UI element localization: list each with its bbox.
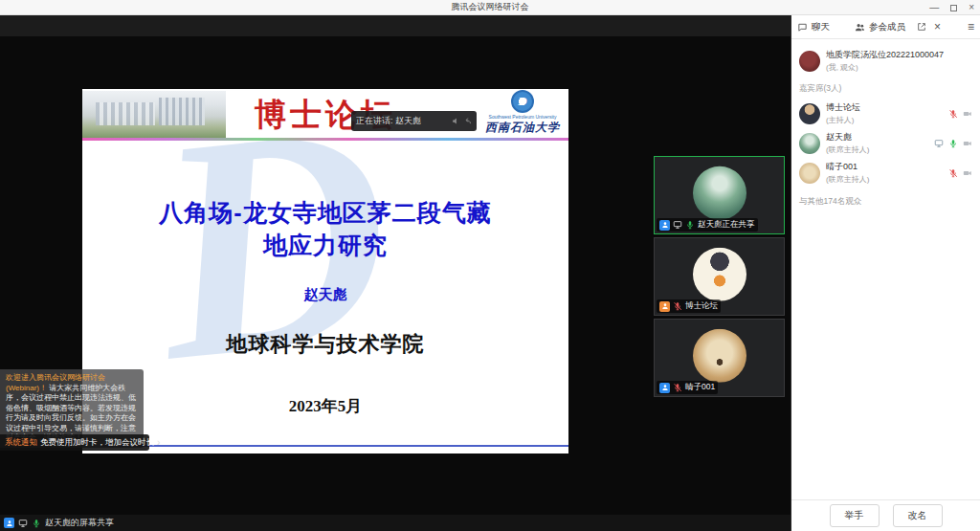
slide-header: 博士论坛 D Southwest Petroleum University 西南… (82, 89, 568, 141)
camera-off-icon[interactable] (963, 168, 972, 178)
avatar (693, 329, 746, 383)
panel-close-icon[interactable]: × (934, 22, 941, 32)
slide-title-line2: 地应力研究 (82, 229, 568, 261)
tab-participants[interactable]: 参会成员 (855, 21, 905, 33)
window-titlebar: 腾讯会议网络研讨会 — × (0, 0, 980, 15)
participant-row-qingzi001[interactable]: 晴子001 (联席主持人) (799, 158, 972, 188)
avatar (799, 51, 820, 72)
camera-off-icon[interactable] (963, 109, 972, 119)
slide-title: 八角场-龙女寺地区茅二段气藏 地应力研究 (82, 196, 568, 261)
stage-top-band (0, 15, 791, 36)
participant-role: (主持人) (826, 115, 943, 125)
participant-role: (联席主持人) (826, 144, 928, 155)
window-controls: — × (929, 0, 974, 15)
tab-chat-label: 聊天 (812, 21, 830, 33)
rename-button[interactable]: 改名 (893, 504, 943, 527)
person-badge-icon (4, 518, 14, 528)
share-bar-text: 赵天彪的屏幕共享 (45, 517, 114, 529)
speaker-icon[interactable] (452, 117, 460, 125)
participant-info: 晴子001 (联席主持人) (826, 161, 943, 185)
mic-on-icon (685, 220, 695, 230)
screen-share-icon (18, 519, 28, 528)
slide-date: 2023年5月 (82, 395, 568, 417)
mic-muted-icon[interactable] (948, 109, 958, 119)
popout-icon[interactable] (917, 22, 926, 32)
tile-name: 晴子001 (685, 382, 715, 393)
participant-row-boshiluntan[interactable]: 博士论坛 (主持人) (799, 99, 972, 128)
participant-name: 博士论坛 (826, 101, 943, 114)
screen-share-icon (934, 139, 944, 148)
avatar (799, 163, 820, 184)
person-badge-icon (659, 220, 670, 231)
tab-participants-label: 参会成员 (869, 21, 905, 33)
people-icon (855, 22, 865, 33)
mic-muted-icon (673, 383, 682, 392)
slide-title-line1: 八角场-龙女寺地区茅二段气藏 (82, 196, 568, 229)
video-tile-list: 赵天彪正在共享 博士论坛 晴子001 (654, 156, 785, 400)
participant-row-zhaotianbiao[interactable]: 赵天彪 (联席主持人) (799, 128, 972, 158)
audience-count-note: 与其他174名观众 (799, 196, 972, 208)
avatar (799, 133, 820, 154)
university-logo-icon: D (511, 90, 534, 113)
chat-icon (797, 22, 808, 33)
avatar (693, 166, 746, 220)
video-tile-boshiluntan[interactable]: 博士论坛 (654, 237, 785, 316)
mic-muted-icon (673, 301, 682, 311)
participant-status-icons (948, 168, 972, 178)
minimize-icon[interactable]: — (929, 0, 939, 15)
window-title: 腾讯会议网络研讨会 (452, 1, 529, 13)
tile-name: 赵天彪正在共享 (698, 219, 755, 231)
video-tile-qingzi001[interactable]: 晴子001 (654, 319, 785, 397)
participant-role: (我, 观众) (826, 62, 972, 73)
slide-body: D 八角场-龙女寺地区茅二段气藏 地应力研究 赵天彪 地球科学与技术学院 202… (82, 141, 568, 454)
participant-name: 晴子001 (826, 161, 943, 173)
slide-author: 赵天彪 (82, 286, 568, 304)
mic-on-icon (32, 519, 41, 528)
guest-section-label: 嘉宾席(3人) (799, 83, 972, 95)
camera-off-icon[interactable] (963, 139, 972, 148)
system-notice[interactable]: 系统通知 免费使用加时卡，增加会议时长 › (0, 434, 149, 451)
participant-name: 地质学院汤泓位202221000047 (826, 49, 972, 61)
panel-action-bar: 举手 改名 (791, 499, 980, 531)
person-badge-icon (659, 383, 670, 393)
tile-label: 赵天彪正在共享 (657, 218, 758, 232)
participant-status-icons (934, 139, 972, 148)
tile-label: 博士论坛 (657, 299, 721, 313)
participant-list: 地质学院汤泓位202221000047 (我, 观众) 嘉宾席(3人) 博士论坛… (791, 39, 980, 499)
panel-tab-bar: 聊天 参会成员 × ≡ (791, 15, 980, 39)
tab-chat[interactable]: 聊天 (797, 21, 830, 33)
avatar (799, 103, 820, 124)
slide-footer-line (101, 445, 568, 447)
back-arrow-icon[interactable] (463, 117, 472, 125)
participant-role: (联席主持人) (826, 174, 943, 185)
restore-icon[interactable] (950, 5, 957, 11)
shared-screen-stage: 博士论坛 D Southwest Petroleum University 西南… (0, 15, 791, 531)
participant-info: 博士论坛 (主持人) (826, 101, 943, 125)
system-notice-badge: 系统通知 (5, 437, 37, 449)
mic-muted-icon[interactable] (948, 168, 958, 178)
mic-on-icon[interactable] (948, 139, 958, 148)
tile-label: 晴子001 (657, 381, 718, 394)
speaking-banner: 正在讲话: 赵天彪 (351, 111, 477, 131)
university-logo: D Southwest Petroleum University 西南石油大学 (480, 90, 565, 136)
participant-row-self[interactable]: 地质学院汤泓位202221000047 (我, 观众) (799, 46, 972, 76)
panel-menu-icon[interactable]: ≡ (968, 20, 974, 33)
slide-department: 地球科学与技术学院 (82, 330, 568, 359)
speaking-banner-text: 正在讲话: 赵天彪 (356, 115, 449, 127)
panel-tools: × (917, 22, 941, 32)
participant-info: 地质学院汤泓位202221000047 (我, 观众) (826, 49, 972, 73)
video-tile-zhaotianbiao[interactable]: 赵天彪正在共享 (654, 156, 785, 234)
chevron-right-icon: › (157, 437, 160, 448)
participant-status-icons (948, 109, 972, 119)
close-icon[interactable]: × (969, 0, 974, 15)
screen-share-status-bar: 赵天彪的屏幕共享 (0, 515, 791, 531)
screen-share-icon (673, 220, 682, 230)
meeting-app: 腾讯会议网络研讨会 — × 博士论坛 D Southwest Petroleum… (0, 0, 980, 531)
system-notice-text: 免费使用加时卡，增加会议时长 (40, 437, 154, 449)
avatar (693, 248, 746, 301)
tile-name: 博士论坛 (685, 300, 718, 312)
participant-info: 赵天彪 (联席主持人) (826, 131, 928, 155)
person-badge-icon (659, 301, 670, 312)
side-panel: 聊天 参会成员 × ≡ 地质学院汤泓位202221000047 (我, 观众) … (791, 15, 980, 531)
raise-hand-button[interactable]: 举手 (830, 504, 880, 527)
